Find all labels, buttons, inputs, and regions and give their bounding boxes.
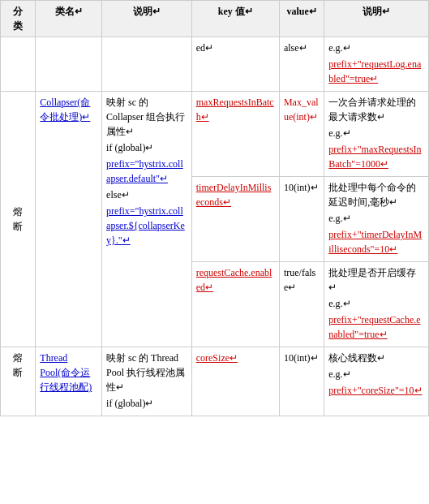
cell-desc2: e.g.↵ prefix+"requestLog.enabled"=true↵ xyxy=(324,37,429,92)
cell-value-maxrequests: Max_value(int)↵ xyxy=(279,92,324,177)
value-timerdelay: 10(int)↵ xyxy=(284,182,319,193)
desc1-threadpool-line2: if (global)↵ xyxy=(106,396,187,411)
desc2-timerdelay-link[interactable]: prefix+"timerDelayInMilliseconds"=10↵ xyxy=(328,227,424,256)
value-coresize: 10(int)↵ xyxy=(284,352,319,364)
cell-key-timerdelay: timerDelayInMilliseconds↵ xyxy=(191,177,279,262)
value-text: alse↵ xyxy=(284,42,307,54)
desc2-maxrequests-text: 一次合并请求处理的最大请求数↵ xyxy=(328,95,424,124)
desc2-requestcache-link[interactable]: prefix+"requestCache.enabled"=true↵ xyxy=(328,312,424,342)
cell-name-threadpool: Thread Pool(命令运行线程池配) xyxy=(36,347,102,416)
table-row: ed↵ alse↵ e.g.↵ prefix+"requestLog.enabl… xyxy=(1,37,429,92)
desc2-requestcache-eg: e.g.↵ xyxy=(328,296,424,311)
desc1-prefix-key: prefix="hystrix.collapser.${collapserKey… xyxy=(106,204,187,248)
value-requestcache: true/false↵ xyxy=(284,267,315,293)
table-row-threadpool: 熔断 Thread Pool(命令运行线程池配) 映射 sc 的 Thread … xyxy=(1,347,429,416)
header-key: key 值↵ xyxy=(191,1,279,37)
desc2-coresize-link[interactable]: prefix+"coreSize"=10↵ xyxy=(328,383,424,398)
cell-name-collapser: Collapser(命令批处理)↵ xyxy=(36,92,102,347)
cell-value-timerdelay: 10(int)↵ xyxy=(279,177,324,262)
cell-key-coresize: coreSize↵ xyxy=(191,347,279,416)
key-timerdelay-link[interactable]: timerDelayInMilliseconds↵ xyxy=(196,182,272,208)
category-label: 熔断 xyxy=(13,206,23,232)
header-name: 类名↵ xyxy=(36,1,102,37)
header-category: 分类 xyxy=(1,1,36,37)
desc2-link[interactable]: prefix+"requestLog.enabled"=true↵ xyxy=(328,57,424,86)
cell-key-maxrequests: maxRequestsInBatch↵ xyxy=(191,92,279,177)
cell-category-collapser: 熔断 xyxy=(1,92,36,347)
cell-category-threadpool: 熔断 xyxy=(1,347,36,416)
key-maxrequests-link[interactable]: maxRequestsInBatch↵ xyxy=(196,97,274,123)
header-desc2: 说明↵ xyxy=(324,1,429,37)
desc1-threadpool-line1: 映射 sc 的 Thread Pool 执行线程池属性↵ xyxy=(106,351,187,394)
key-coresize-link[interactable]: coreSize↵ xyxy=(196,352,238,364)
desc2-maxrequests-eg: e.g.↵ xyxy=(328,126,424,140)
cell-desc2-maxrequests: 一次合并请求处理的最大请求数↵ e.g.↵ prefix+"maxRequest… xyxy=(324,92,429,177)
threadpool-name-link[interactable]: Thread Pool(命令运行线程池配) xyxy=(40,352,92,393)
cell-desc1 xyxy=(102,37,192,92)
desc1-else: else↵ xyxy=(106,187,187,202)
cell-value: alse↵ xyxy=(279,37,324,92)
desc1-line2: if (global)↵ xyxy=(106,140,187,155)
value-maxrequests: Max_value(int)↵ xyxy=(284,97,319,123)
desc2-coresize-eg: e.g.↵ xyxy=(328,367,424,381)
header-desc1: 说明↵ xyxy=(102,1,192,37)
desc2-requestcache-text: 批处理是否开启缓存↵ xyxy=(328,265,424,295)
key-requestcache-link[interactable]: requestCache.enabled↵ xyxy=(196,267,272,293)
desc2-coresize-text: 核心线程数↵ xyxy=(328,351,424,365)
desc2-maxrequests-link[interactable]: prefix+"maxRequestsInBatch"=1000↵ xyxy=(328,142,424,171)
cell-desc2-requestcache: 批处理是否开启缓存↵ e.g.↵ prefix+"requestCache.en… xyxy=(324,262,429,347)
cell-desc2-timerdelay: 批处理中每个命令的延迟时间,毫秒↵ e.g.↵ prefix+"timerDel… xyxy=(324,177,429,262)
desc2-timerdelay-text: 批处理中每个命令的延迟时间,毫秒↵ xyxy=(328,180,424,209)
key-value-text: ed↵ xyxy=(196,42,213,54)
cell-name xyxy=(36,37,102,92)
cell-desc1-collapser: 映射 sc 的 Collapser 组合执行属性↵ if (global)↵ p… xyxy=(102,92,192,347)
category-label-threadpool: 熔断 xyxy=(13,352,23,378)
desc2-timerdelay-eg: e.g.↵ xyxy=(328,211,424,226)
prefix-key-link[interactable]: prefix="hystrix.collapser.${collapserKey… xyxy=(106,205,185,246)
cell-desc1-threadpool: 映射 sc 的 Thread Pool 执行线程池属性↵ if (global)… xyxy=(102,347,192,416)
cell-key-requestcache: requestCache.enabled↵ xyxy=(191,262,279,347)
cell-key: ed↵ xyxy=(191,37,279,92)
cell-desc2-coresize: 核心线程数↵ e.g.↵ prefix+"coreSize"=10↵ xyxy=(324,347,429,416)
collapser-name-link[interactable]: Collapser(命令批处理)↵ xyxy=(40,97,90,123)
header-value: value↵ xyxy=(279,1,324,37)
cell-value-requestcache: true/false↵ xyxy=(279,262,324,347)
desc1-prefix-global: prefix="hystrix.collapser.default"↵ xyxy=(106,157,187,186)
cell-value-coresize: 10(int)↵ xyxy=(279,347,324,416)
cell-category xyxy=(1,37,36,92)
prefix-global-link[interactable]: prefix="hystrix.collapser.default"↵ xyxy=(106,158,183,184)
table-row-collapser: 熔断 Collapser(命令批处理)↵ 映射 sc 的 Collapser 组… xyxy=(1,92,429,177)
desc2-line: e.g.↵ xyxy=(328,41,424,55)
desc1-line1: 映射 sc 的 Collapser 组合执行属性↵ xyxy=(106,95,187,139)
